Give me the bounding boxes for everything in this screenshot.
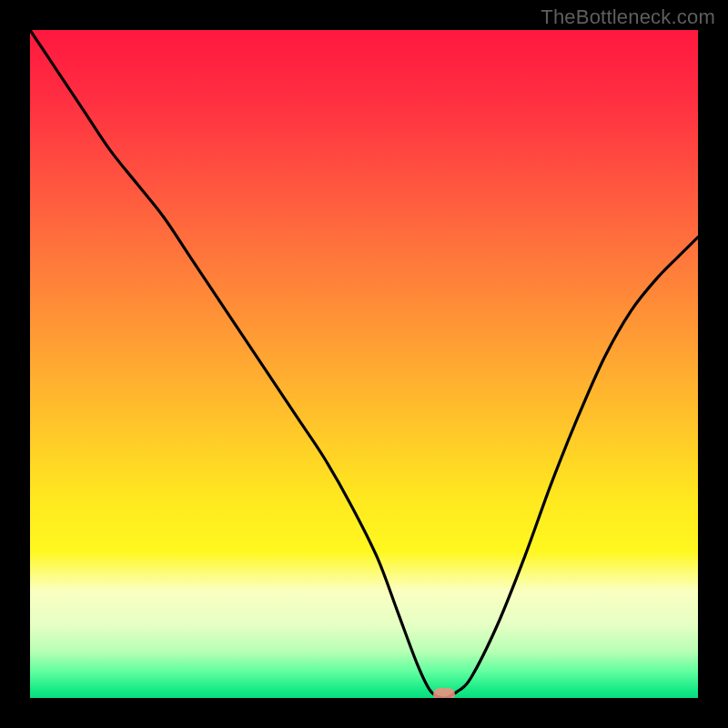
chart-frame: TheBottleneck.com: [0, 0, 728, 728]
bottleneck-curve: [30, 30, 698, 698]
optimal-marker: [433, 688, 455, 698]
plot-area: [30, 30, 698, 698]
watermark-text: TheBottleneck.com: [541, 5, 715, 29]
curve-layer: [30, 30, 698, 698]
